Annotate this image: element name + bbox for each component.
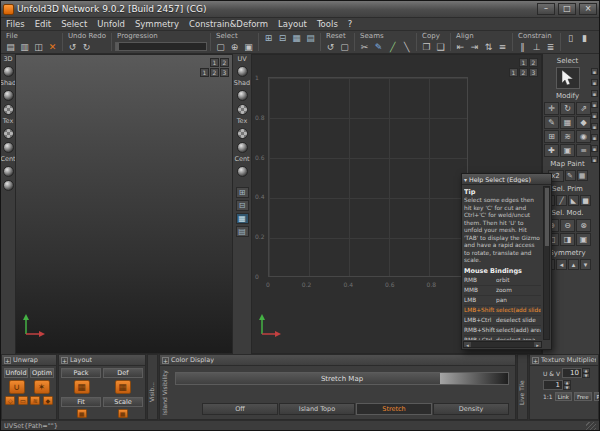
select-face-icon[interactable]: ◣ [568, 195, 579, 206]
uv-flat-icon[interactable]: ⊟ [236, 200, 249, 211]
rail-icon-1[interactable]: ▪ [591, 68, 598, 75]
unwrap-button[interactable]: Optim [30, 368, 54, 378]
select-edge-icon[interactable]: ╱ [556, 195, 567, 206]
new-file-icon[interactable]: ▤ [4, 41, 17, 53]
paint-brush-icon[interactable]: ✎ [565, 170, 576, 181]
texture-multiplier-button[interactable]: Pic [594, 392, 600, 401]
uv-checker-icon[interactable]: ⊞ [236, 187, 249, 198]
checker-sphere-icon[interactable] [237, 104, 248, 115]
select-fill-icon[interactable]: ▣ [242, 41, 255, 53]
stretch-map-bar[interactable]: Stretch Map [175, 372, 509, 385]
collapse-icon[interactable]: + [162, 357, 169, 364]
move-tool-icon[interactable]: ✛ [544, 102, 559, 115]
viewport-layout-button[interactable]: 2 [220, 58, 229, 67]
close-button[interactable]: × [579, 3, 597, 15]
u-multiplier-value[interactable]: 10 [562, 368, 582, 378]
layout-button[interactable]: Pack [61, 368, 101, 378]
shaded-sphere-icon[interactable] [3, 66, 14, 77]
target-tool-icon[interactable]: ◉ [576, 130, 591, 143]
distribute-icon[interactable]: ≡ [496, 41, 509, 53]
scale-icon[interactable]: ▦ [118, 409, 128, 418]
ring-selection-icon[interactable]: ◨ [560, 233, 575, 246]
save-file-icon[interactable]: ◫ [32, 41, 45, 53]
layout-button[interactable]: Fit [61, 397, 101, 407]
maximize-button[interactable]: □ [558, 3, 576, 15]
pack-tool-icon[interactable]: ⊞ [544, 130, 559, 143]
layout-button[interactable]: Scale [103, 397, 143, 407]
constrain-perpendicular-icon[interactable]: ⊥ [530, 41, 543, 53]
color-display-tab[interactable]: Stretch [356, 403, 432, 415]
unfold-sub1-icon[interactable]: ◇ [5, 396, 15, 405]
checker-sphere-icon[interactable] [3, 104, 14, 115]
menu-item[interactable]: Symmetry [130, 18, 184, 30]
u-multiplier-stepper[interactable]: 10 ▲ ▼ [562, 368, 590, 378]
checker-sphere-icon[interactable] [237, 128, 248, 139]
optimize-sub1-icon[interactable]: ≋ [30, 396, 40, 405]
scroll-left-icon[interactable]: ◂ [464, 342, 471, 347]
shaded-sphere-icon[interactable] [237, 166, 248, 177]
color-display-tab[interactable]: Density [433, 403, 509, 415]
fit-icon[interactable]: ▦ [77, 409, 87, 418]
align-left-icon[interactable]: ⇤ [454, 41, 467, 53]
viewport-layout-button[interactable]: 1 [210, 58, 219, 67]
panel-toggle-icon[interactable]: ▯ [564, 32, 577, 44]
scroll-right-icon[interactable]: ▸ [534, 342, 541, 347]
chevron-down-icon[interactable]: ▾ [464, 176, 467, 183]
paste-icon[interactable]: ❑ [434, 41, 447, 53]
open-file-icon[interactable]: ▥ [18, 41, 31, 53]
edge-seam-icon[interactable]: ╱ [386, 41, 399, 53]
menu-item[interactable]: Constrain&Deform [184, 18, 273, 30]
view-grid-icon[interactable]: ⊞ [262, 32, 275, 44]
menu-item[interactable]: ? [343, 18, 358, 30]
viewport-layout-button[interactable]: 2 [210, 68, 219, 77]
viewport-layout-button[interactable]: 2 [519, 68, 528, 77]
pack-icon[interactable]: ▦ [74, 380, 90, 394]
paint-grid-icon[interactable]: ▦ [577, 170, 588, 181]
panel-toggle2-icon[interactable]: ▮ [578, 32, 591, 44]
minimize-button[interactable]: – [537, 3, 555, 15]
viewport-layout-button[interactable]: 3 [529, 68, 538, 77]
help-panel-titlebar[interactable]: ▾ Help Select (Edges) [462, 174, 551, 185]
rail-icon-3[interactable]: ▪ [591, 90, 598, 97]
viewport-3d[interactable]: 12 123 [15, 54, 233, 354]
viewport-layout-button[interactable]: 3 [220, 68, 229, 77]
select-island-icon[interactable]: ■ [580, 195, 591, 206]
shaded-sphere-icon[interactable] [237, 66, 248, 77]
rail-icon-8[interactable]: ▪ [591, 145, 598, 152]
invert-selection-icon[interactable]: ⊗ [576, 219, 591, 232]
add-tool-icon[interactable]: ✚ [544, 144, 559, 157]
relax-tool-icon[interactable]: ≋ [560, 130, 575, 143]
rail-icon-7[interactable]: ▪ [591, 134, 598, 141]
scale-tool-icon[interactable]: ⇗ [576, 102, 591, 115]
viewport-layout-button[interactable]: 1 [519, 58, 528, 67]
menu-item[interactable]: Select [56, 18, 92, 30]
resize-grip-icon[interactable] [586, 422, 596, 431]
view-split-icon[interactable]: ⊟ [276, 32, 289, 44]
scrollbar-thumb[interactable] [545, 188, 549, 246]
select-circle-icon[interactable]: ⊕ [228, 41, 241, 53]
select-tool-button[interactable] [556, 67, 580, 89]
viewport-layout-button[interactable]: 1 [200, 68, 209, 77]
color-display-tab[interactable]: Island Topo [279, 403, 355, 415]
menu-item[interactable]: Files [1, 18, 30, 30]
def-icon[interactable]: ▦ [115, 380, 131, 394]
view-rows-icon[interactable]: ▤ [304, 32, 317, 44]
redo-icon[interactable]: ↻ [80, 41, 93, 53]
viewport-layout-button[interactable]: 1 [509, 68, 518, 77]
view-table-icon[interactable]: ▦ [290, 32, 303, 44]
rail-icon-9[interactable]: ▪ [591, 156, 598, 163]
viewport-layout-button[interactable]: 2 [529, 58, 538, 67]
layout-button[interactable]: Def [103, 368, 143, 378]
menu-item[interactable]: Layout [273, 18, 312, 30]
all-selection-icon[interactable]: ▣ [576, 233, 591, 246]
optimize-sub2-icon[interactable]: ◆ [43, 396, 53, 405]
visibility-strip[interactable]: Visib... [147, 354, 158, 420]
shrink-selection-icon[interactable]: ⊖ [560, 219, 575, 232]
uv-rows-icon[interactable]: ▤ [236, 226, 249, 237]
rail-icon-6[interactable]: ▪ [591, 123, 598, 130]
checker-sphere-icon[interactable] [3, 128, 14, 139]
unfold-icon[interactable]: ∪ [9, 380, 25, 394]
grid-tool-icon[interactable]: ▦ [560, 116, 575, 129]
shaded-sphere-icon[interactable] [3, 142, 14, 153]
shaded-sphere-icon[interactable] [3, 90, 14, 101]
